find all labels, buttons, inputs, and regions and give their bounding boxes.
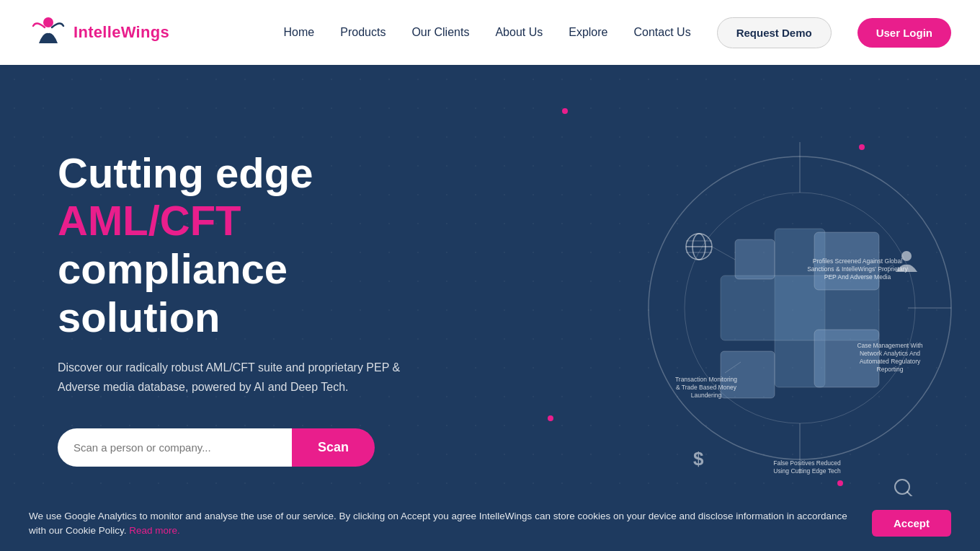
hero-section: Cutting edge AML/CFT compliance solution…	[0, 65, 980, 551]
hero-title: Cutting edge AML/CFT compliance solution	[58, 149, 447, 342]
svg-text:False Positives Reduced: False Positives Reduced	[773, 459, 841, 467]
scan-bar: Scan	[58, 428, 375, 467]
svg-text:Reporting: Reporting	[877, 366, 904, 373]
header: IntelleWings Home Products Our Clients A…	[0, 0, 980, 65]
accent-dot-3	[548, 415, 553, 421]
cookie-accept-button[interactable]: Accept	[872, 510, 951, 537]
cookie-banner: We use Google Analytics to monitor and a…	[0, 496, 980, 552]
svg-point-17	[901, 251, 912, 261]
nav-about-us[interactable]: About Us	[495, 26, 543, 39]
nav-explore[interactable]: Explore	[569, 26, 607, 39]
accent-dot-1	[562, 108, 568, 114]
svg-line-33	[712, 247, 735, 260]
svg-text:Transaction Monitoring: Transaction Monitoring	[675, 376, 737, 383]
svg-text:& Trade Based Money: & Trade Based Money	[676, 384, 737, 391]
request-demo-button[interactable]: Request Demo	[717, 17, 832, 48]
svg-text:$: $	[693, 448, 704, 470]
nav-products[interactable]: Products	[340, 26, 386, 39]
scan-input[interactable]	[58, 428, 292, 467]
svg-text:PEP And Adverse Media: PEP And Adverse Media	[824, 273, 891, 281]
svg-text:Using Cutting Edge Tech: Using Cutting Edge Tech	[773, 467, 841, 475]
svg-point-0	[43, 17, 53, 27]
nav-contact-us[interactable]: Contact Us	[633, 26, 690, 39]
scan-button[interactable]: Scan	[292, 428, 375, 467]
logo-text: IntelleWings	[74, 23, 169, 42]
nav-our-clients[interactable]: Our Clients	[411, 26, 469, 39]
hero-content: Cutting edge AML/CFT compliance solution…	[0, 149, 447, 467]
svg-text:Network Analytics And: Network Analytics And	[860, 350, 920, 357]
svg-text:Case Management With: Case Management With	[857, 342, 922, 349]
hero-diagram: $ Profiles Screened Against Global Sanct…	[634, 106, 966, 510]
cookie-text: We use Google Analytics to monitor and a…	[29, 509, 858, 539]
svg-text:Profiles Screened Against Glob: Profiles Screened Against Global	[813, 257, 902, 265]
svg-text:Automated Regulatory: Automated Regulatory	[860, 358, 921, 365]
nav-home[interactable]: Home	[284, 26, 315, 39]
logo[interactable]: IntelleWings	[29, 13, 169, 52]
svg-rect-11	[721, 351, 775, 398]
cookie-read-more-link[interactable]: Read more.	[129, 525, 180, 536]
user-login-button[interactable]: User Login	[858, 18, 951, 48]
svg-text:Sanctions & IntelleWings' Prop: Sanctions & IntelleWings' Proprietary	[807, 265, 908, 273]
svg-text:Laundering: Laundering	[691, 392, 722, 399]
svg-rect-10	[735, 239, 775, 279]
main-nav: Home Products Our Clients About Us Explo…	[284, 17, 951, 48]
hero-description: Discover our radically robust AML/CFT su…	[58, 358, 411, 397]
logo-icon	[29, 13, 68, 52]
aml-diagram-svg: $ Profiles Screened Against Global Sanct…	[634, 106, 966, 510]
